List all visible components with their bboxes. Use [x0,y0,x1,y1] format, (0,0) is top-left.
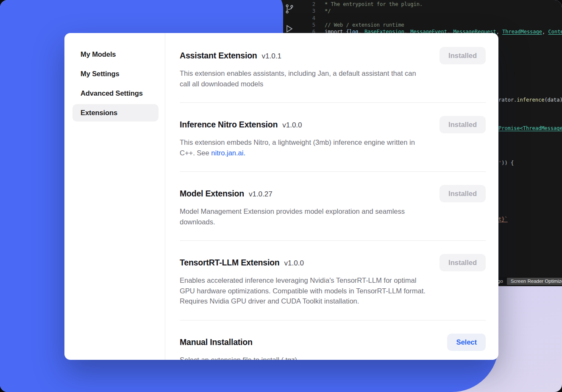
extension-heading: Inference Nitro Extensionv1.0.0 [180,120,302,130]
select-file-button[interactable]: Select [447,334,486,351]
code-fragment: ')) { [498,160,514,166]
extension-model: Model Extensionv1.0.27 Installed Model M… [180,172,486,241]
extension-title: TensortRT-LLM Extension [180,258,280,267]
code-line: 5// Web / extension runtime [271,22,404,28]
hero-canvas: 2* The entrypoint for the plugin. 3*/ 4 … [0,0,562,392]
settings-sidebar: My Models My Settings Advanced Settings … [64,33,165,360]
extension-description: This extension enables assistants, inclu… [180,68,426,89]
extension-heading: Model Extensionv1.0.27 [180,189,273,199]
extension-tensorrt-llm: TensortRT-LLM Extensionv1.0.0 Installed … [180,241,486,320]
installed-button[interactable]: Installed [440,254,486,271]
manual-installation: Manual Installation Select Select an ext… [180,320,486,360]
extension-assistant: Assistant Extensionv1.0.1 Installed This… [180,33,486,103]
extension-description: Model Management Extension provides mode… [180,206,426,227]
extension-description: This extension embeds Nitro, a lightweig… [180,137,426,158]
extension-title: Inference Nitro Extension [180,120,278,129]
installed-button[interactable]: Installed [440,47,486,64]
sidebar-item-advanced-settings[interactable]: Advanced Settings [72,85,159,102]
extension-title: Manual Installation [180,337,253,347]
installed-button[interactable]: Installed [440,116,486,133]
extension-title: Model Extension [180,189,244,198]
sidebar-item-extensions[interactable]: Extensions [72,104,159,121]
extension-version: v1.0.1 [262,52,281,60]
extension-version: v1.0.0 [282,121,302,129]
extension-heading: Manual Installation [180,337,257,347]
code-fragment: rator.inference(data)); [498,97,562,103]
installed-button[interactable]: Installed [440,185,486,202]
extension-title: Assistant Extension [180,51,257,60]
extension-description: Enables accelerated inference leveraging… [180,275,426,306]
sidebar-item-my-models[interactable]: My Models [72,46,159,63]
extension-version: v1.0.27 [249,190,273,198]
extension-inference-nitro: Inference Nitro Extensionv1.0.0 Installe… [180,103,486,172]
extension-heading: TensortRT-LLM Extensionv1.0.0 [180,258,304,268]
settings-modal: My Models My Settings Advanced Settings … [64,33,498,360]
extension-heading: Assistant Extensionv1.0.1 [180,51,281,61]
code-fragment: Promise<ThreadMessage> [498,125,562,131]
sidebar-item-my-settings[interactable]: My Settings [72,65,159,83]
code-fragment: t}` [498,216,508,222]
extension-description: Select an extension file to install (.tg… [180,355,426,360]
code-line: 2* The entrypoint for the plugin. [271,1,423,7]
screen-reader-chip: Screen Reader Optimized [507,278,562,285]
extension-version: v1.0.0 [284,259,304,267]
nitro-jan-ai-link[interactable]: nitro.jan.ai. [211,149,245,157]
extensions-panel: Assistant Extensionv1.0.1 Installed This… [165,33,498,360]
